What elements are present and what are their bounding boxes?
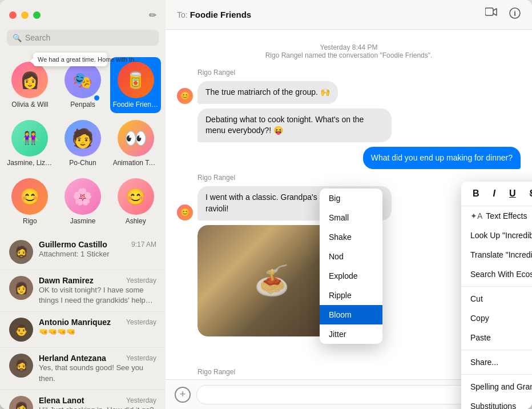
conv-item-guillermo[interactable]: 🧔 Guillermo Castillo 9:17 AM Attachment:… <box>0 234 166 270</box>
submenu-shake[interactable]: Shake <box>320 227 382 247</box>
msg-avatar-rigo1: 😊 <box>177 88 193 104</box>
avatar-circle-pochun: 🧑 <box>65 120 101 157</box>
conv-time-guillermo: 9:17 AM <box>131 240 156 248</box>
info-icon[interactable]: i <box>509 7 521 22</box>
msg-row-m3: What did you end up making for dinner? <box>177 147 521 170</box>
avatar-circle-animation-team: 👀 <box>118 120 154 157</box>
conv-preview-herland: Yes, that sounds good! See you then. <box>39 363 156 383</box>
search-bar[interactable]: 🔍 <box>7 30 159 46</box>
avatar-item-rigo[interactable]: 😊 Rigo <box>5 174 55 230</box>
svg-rect-0 <box>485 8 493 15</box>
format-italic-button[interactable]: I <box>491 187 498 200</box>
search-icon: 🔍 <box>13 34 22 42</box>
avatar-circle-olivia-will: 👩 <box>11 62 48 98</box>
conv-name-dawn: Dawn Ramirez <box>39 276 94 285</box>
conv-content-elena: Elena Lanot Yesterday Hi! Just checking … <box>39 396 156 409</box>
avatar-item-jasmine2[interactable]: 🌸 Jasmine <box>58 174 108 230</box>
compose-icon[interactable]: ✏ <box>149 10 156 21</box>
ctx-separator-3 <box>461 374 532 375</box>
submenu-bloom[interactable]: Bloom <box>320 305 382 324</box>
conv-time-dawn: Yesterday <box>126 276 156 284</box>
tooltip-olivia-will: We had a great time. Home with th... <box>33 53 107 66</box>
conv-preview-guillermo: Attachment: 1 Sticker <box>39 249 156 259</box>
conv-item-elena[interactable]: 👩 Elena Lanot Yesterday Hi! Just checkin… <box>0 390 166 409</box>
ctx-lookup[interactable]: Look Up "Incredible. I'll have to try...… <box>461 226 532 245</box>
submenu-text-effects: Big Small Shake Nod Explode Ripple Bloom… <box>320 189 382 344</box>
ctx-cut[interactable]: Cut <box>461 289 532 308</box>
ctx-search-ecosia[interactable]: Search With Ecosia <box>461 264 532 284</box>
sidebar: ✏ 🔍 We had a great time. Home with th...… <box>0 0 166 409</box>
avatar-item-pochun[interactable]: 🧑 Po-Chun <box>58 115 108 171</box>
messages-window: ✏ 🔍 We had a great time. Home with th...… <box>0 0 532 409</box>
text-effects-icon: ✦A <box>470 211 482 220</box>
ctx-format-bar: B I U S <box>461 182 532 206</box>
text-effects-label: Text Effects <box>486 211 527 220</box>
ctx-separator-1 <box>461 286 532 287</box>
avatar-name-jasmine2: Jasmine <box>70 217 96 225</box>
ctx-share-label: Share... <box>470 358 498 367</box>
avatar-name-olivia-will: Olivia & Will <box>11 101 48 109</box>
submenu-jitter[interactable]: Jitter <box>320 324 382 344</box>
ctx-translate-label: Translate "Incredible. I'll have to try.… <box>470 250 532 259</box>
ctx-spelling[interactable]: Spelling and Grammar › <box>461 377 532 396</box>
ctx-copy[interactable]: Copy <box>461 308 532 328</box>
conv-name-antonio: Antonio Manriquez <box>39 318 111 327</box>
avatar-item-ashley[interactable]: 😊 Ashley <box>110 174 161 230</box>
msg-row-m1: 😊 The true matriarch of the group. 🙌 <box>177 81 521 104</box>
avatar-item-foodie-friends[interactable]: 🥫 Foodie Friends <box>110 57 161 113</box>
conv-content-guillermo: Guillermo Castillo 9:17 AM Attachment: 1… <box>39 240 156 259</box>
sys-time-msg: Yesterday 8:44 PM Rigo Rangel named the … <box>177 43 521 59</box>
video-call-icon[interactable] <box>485 7 498 22</box>
format-underline-button[interactable]: U <box>507 187 518 200</box>
add-button[interactable]: + <box>175 387 191 403</box>
to-label: To: <box>177 10 188 19</box>
close-button[interactable] <box>9 11 17 19</box>
ctx-substitutions-label: Substitutions <box>470 402 516 409</box>
bubble-m2: Debating what to cook tonight. What's on… <box>198 109 392 142</box>
conv-avatar-dawn: 👩 <box>9 276 33 300</box>
bubble-m1: The true matriarch of the group. 🙌 <box>198 81 338 104</box>
submenu-big[interactable]: Big <box>320 189 382 208</box>
conv-content-herland: Herland Antezana Yesterday Yes, that sou… <box>39 354 156 383</box>
ctx-paste[interactable]: Paste <box>461 328 532 347</box>
msg-sender-rigo2: Rigo Rangel <box>198 174 521 182</box>
msg-row-m2: Debating what to cook tonight. What's on… <box>198 109 521 142</box>
conv-item-herland[interactable]: 🧔 Herland Antezana Yesterday Yes, that s… <box>0 348 166 390</box>
conv-name-herland: Herland Antezana <box>39 354 106 363</box>
avatar-name-rigo: Rigo <box>23 217 37 225</box>
bubble-m3: What did you end up making for dinner? <box>363 147 521 170</box>
submenu-small[interactable]: Small <box>320 208 382 227</box>
sys-time: Yesterday 8:44 PM <box>320 43 378 51</box>
ctx-separator-2 <box>461 350 532 350</box>
submenu-explode[interactable]: Explode <box>320 266 382 286</box>
avatar-circle-foodie-friends: 🥫 <box>118 62 154 98</box>
ctx-substitutions[interactable]: Substitutions › <box>461 396 532 409</box>
msg-avatar-rigo2: 😊 <box>177 204 193 220</box>
submenu-nod[interactable]: Nod <box>320 247 382 266</box>
conv-avatar-herland: 🧔 <box>9 354 33 378</box>
conv-avatar-antonio: 👨 <box>9 318 33 342</box>
format-strikethrough-button[interactable]: S <box>527 187 532 200</box>
ctx-copy-label: Copy <box>470 314 489 323</box>
conv-item-dawn[interactable]: 👩 Dawn Ramirez Yesterday OK to visit ton… <box>0 270 166 312</box>
conv-name-guillermo: Guillermo Castillo <box>39 240 107 249</box>
avatar-name-jasmine-liz: Jasmine, Liz &... <box>7 159 53 167</box>
ctx-share[interactable]: Share... <box>461 352 532 372</box>
maximize-button[interactable] <box>33 11 41 19</box>
search-input[interactable] <box>25 33 153 42</box>
message-input[interactable] <box>196 385 502 404</box>
format-bold-button[interactable]: B <box>470 187 482 200</box>
main-panel: To: Foodie Friends i <box>166 0 532 409</box>
submenu-ripple[interactable]: Ripple <box>320 286 382 305</box>
conv-content-dawn: Dawn Ramirez Yesterday OK to visit tonig… <box>39 276 156 306</box>
avatar-item-olivia-will[interactable]: We had a great time. Home with th... 👩 O… <box>5 57 55 113</box>
ctx-translate[interactable]: Translate "Incredible. I'll have to try.… <box>461 245 532 264</box>
ctx-text-effects[interactable]: ✦A Text Effects › <box>461 206 532 226</box>
avatar-item-animation-team[interactable]: 👀 Animation Team <box>110 115 161 171</box>
conv-item-antonio[interactable]: 👨 Antonio Manriquez Yesterday 🤜🤜🤜🤜 <box>0 312 166 348</box>
avatar-item-jasmine-liz[interactable]: 👭 Jasmine, Liz &... <box>5 115 55 171</box>
ctx-spelling-label: Spelling and Grammar <box>470 382 532 391</box>
minimize-button[interactable] <box>21 11 29 19</box>
avatar-circle-rigo: 😊 <box>11 178 48 215</box>
avatar-name-pochun: Po-Chun <box>69 159 96 167</box>
